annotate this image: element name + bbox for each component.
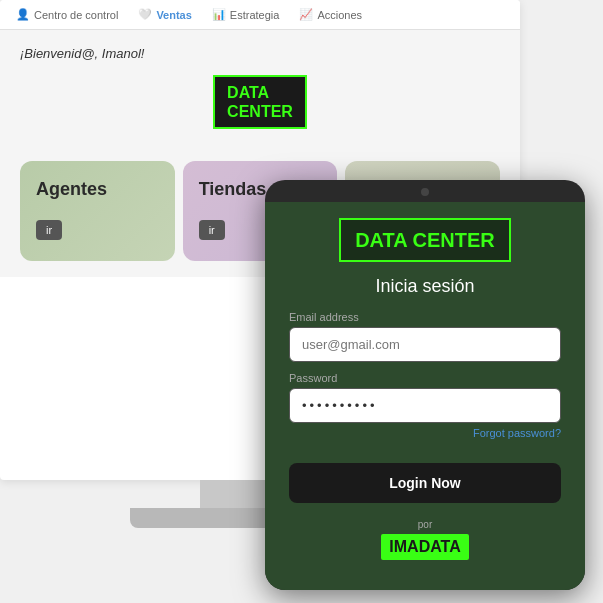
card-agentes-btn[interactable]: ir	[36, 220, 62, 240]
card-agentes-title: Agentes	[36, 179, 159, 200]
email-input[interactable]	[289, 327, 561, 362]
welcome-text: ¡Bienvenid@, Imanol!	[20, 46, 500, 61]
tablet-camera	[421, 188, 429, 196]
datacenter-logo-tablet: DATA CENTER	[339, 218, 511, 262]
bar-icon: 📈	[299, 8, 313, 21]
nav-item-ventas[interactable]: 🤍 Ventas	[138, 8, 191, 21]
nav-item-centro[interactable]: 👤 Centro de control	[16, 8, 118, 21]
tablet-screen: DATA CENTER Inicia sesión Email address …	[265, 202, 585, 590]
login-button[interactable]: Login Now	[289, 463, 561, 503]
person-icon: 👤	[16, 8, 30, 21]
imadata-logo: IMA DATA	[381, 534, 468, 560]
heart-icon: 🤍	[138, 8, 152, 21]
login-title: Inicia sesión	[375, 276, 474, 297]
email-form-group: Email address	[289, 311, 561, 362]
tablet: DATA CENTER Inicia sesión Email address …	[265, 180, 585, 590]
card-tiendas-btn[interactable]: ir	[199, 220, 225, 240]
monitor-navbar: 👤 Centro de control 🤍 Ventas 📊 Estrategi…	[0, 0, 520, 30]
nav-item-acciones[interactable]: 📈 Acciones	[299, 8, 362, 21]
password-label: Password	[289, 372, 561, 384]
email-label: Email address	[289, 311, 561, 323]
forgot-password-link[interactable]: Forgot password?	[289, 427, 561, 439]
chart-icon: 📊	[212, 8, 226, 21]
password-input[interactable]	[289, 388, 561, 423]
por-label: por	[418, 519, 432, 530]
datacenter-logo-monitor: DATA CENTER	[213, 75, 307, 129]
nav-item-estrategia[interactable]: 📊 Estrategia	[212, 8, 280, 21]
card-agentes: Agentes ir	[20, 161, 175, 261]
password-form-group: Password Forgot password?	[289, 372, 561, 439]
